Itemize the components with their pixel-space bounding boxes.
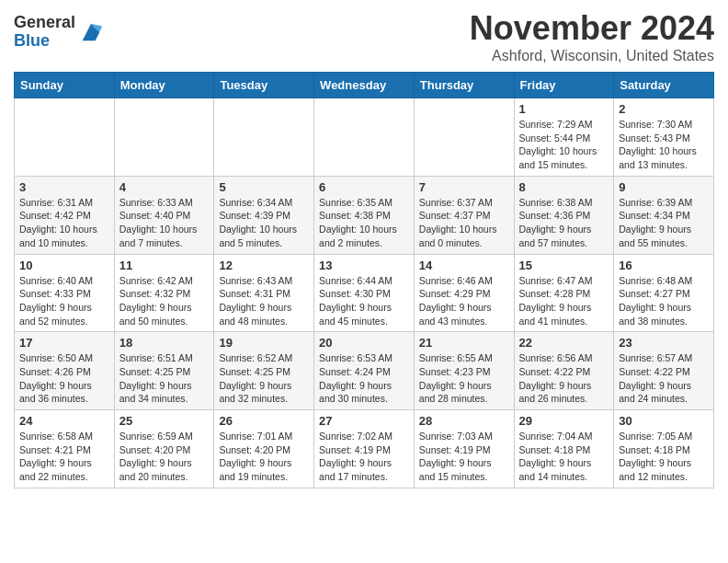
day-header-friday: Friday [514, 73, 614, 98]
day-detail: Sunrise: 6:58 AM Sunset: 4:21 PM Dayligh… [19, 430, 109, 484]
calendar-cell: 14Sunrise: 6:46 AM Sunset: 4:29 PM Dayli… [414, 254, 514, 332]
day-number: 23 [619, 336, 709, 350]
calendar: SundayMondayTuesdayWednesdayThursdayFrid… [14, 72, 714, 488]
calendar-cell: 4Sunrise: 6:33 AM Sunset: 4:40 PM Daylig… [114, 176, 214, 254]
day-number: 25 [119, 414, 210, 428]
calendar-week-1: 1Sunrise: 7:29 AM Sunset: 5:44 PM Daylig… [15, 98, 714, 177]
day-detail: Sunrise: 6:46 AM Sunset: 4:29 PM Dayligh… [419, 274, 509, 328]
header: General Blue November 2024 Ashford, Wisc… [14, 9, 714, 64]
day-header-tuesday: Tuesday [214, 73, 314, 98]
day-number: 18 [119, 336, 210, 350]
day-detail: Sunrise: 7:29 AM Sunset: 5:44 PM Dayligh… [519, 118, 609, 172]
day-detail: Sunrise: 6:43 AM Sunset: 4:31 PM Dayligh… [219, 274, 309, 328]
day-detail: Sunrise: 6:35 AM Sunset: 4:38 PM Dayligh… [319, 196, 409, 250]
calendar-week-3: 10Sunrise: 6:40 AM Sunset: 4:33 PM Dayli… [15, 254, 714, 332]
calendar-cell: 25Sunrise: 6:59 AM Sunset: 4:20 PM Dayli… [114, 410, 214, 488]
calendar-cell: 9Sunrise: 6:39 AM Sunset: 4:34 PM Daylig… [614, 176, 714, 254]
title-area: November 2024 Ashford, Wisconsin, United… [470, 9, 714, 64]
calendar-cell [15, 98, 115, 177]
day-number: 8 [519, 180, 609, 194]
calendar-cell: 27Sunrise: 7:02 AM Sunset: 4:19 PM Dayli… [314, 410, 415, 488]
logo-icon [78, 19, 104, 45]
day-detail: Sunrise: 6:37 AM Sunset: 4:37 PM Dayligh… [419, 196, 509, 250]
day-detail: Sunrise: 6:33 AM Sunset: 4:40 PM Dayligh… [119, 196, 210, 250]
calendar-cell: 28Sunrise: 7:03 AM Sunset: 4:19 PM Dayli… [414, 410, 514, 488]
day-number: 24 [19, 414, 109, 428]
calendar-cell: 3Sunrise: 6:31 AM Sunset: 4:42 PM Daylig… [15, 176, 115, 254]
calendar-cell: 2Sunrise: 7:30 AM Sunset: 5:43 PM Daylig… [614, 98, 714, 177]
calendar-cell: 21Sunrise: 6:55 AM Sunset: 4:23 PM Dayli… [414, 332, 514, 410]
day-number: 28 [419, 414, 509, 428]
day-number: 4 [119, 180, 210, 194]
day-number: 13 [319, 259, 409, 272]
day-detail: Sunrise: 6:44 AM Sunset: 4:30 PM Dayligh… [319, 274, 409, 328]
day-header-thursday: Thursday [414, 73, 514, 98]
day-header-sunday: Sunday [15, 73, 115, 98]
day-detail: Sunrise: 6:56 AM Sunset: 4:22 PM Dayligh… [519, 351, 609, 406]
day-detail: Sunrise: 7:05 AM Sunset: 4:18 PM Dayligh… [619, 430, 709, 484]
day-number: 20 [319, 336, 409, 350]
day-number: 15 [519, 259, 609, 272]
day-number: 3 [19, 180, 109, 194]
day-number: 5 [219, 180, 309, 194]
calendar-cell: 15Sunrise: 6:47 AM Sunset: 4:28 PM Dayli… [514, 254, 614, 332]
day-detail: Sunrise: 6:34 AM Sunset: 4:39 PM Dayligh… [219, 196, 309, 250]
day-detail: Sunrise: 6:31 AM Sunset: 4:42 PM Dayligh… [19, 196, 109, 250]
month-title: November 2024 [470, 9, 714, 48]
day-number: 12 [219, 259, 309, 272]
calendar-cell: 7Sunrise: 6:37 AM Sunset: 4:37 PM Daylig… [414, 176, 514, 254]
day-number: 21 [419, 336, 509, 350]
day-detail: Sunrise: 7:01 AM Sunset: 4:20 PM Dayligh… [219, 430, 309, 484]
day-number: 19 [219, 336, 309, 350]
day-number: 10 [19, 259, 109, 272]
day-number: 7 [419, 180, 509, 194]
calendar-header-row: SundayMondayTuesdayWednesdayThursdayFrid… [15, 73, 714, 98]
calendar-cell: 22Sunrise: 6:56 AM Sunset: 4:22 PM Dayli… [514, 332, 614, 410]
calendar-cell: 6Sunrise: 6:35 AM Sunset: 4:38 PM Daylig… [314, 176, 415, 254]
day-detail: Sunrise: 6:51 AM Sunset: 4:25 PM Dayligh… [119, 351, 210, 406]
calendar-cell: 19Sunrise: 6:52 AM Sunset: 4:25 PM Dayli… [214, 332, 314, 410]
day-detail: Sunrise: 6:52 AM Sunset: 4:25 PM Dayligh… [219, 351, 309, 406]
calendar-week-5: 24Sunrise: 6:58 AM Sunset: 4:21 PM Dayli… [15, 410, 714, 488]
calendar-cell [114, 98, 214, 177]
calendar-cell: 11Sunrise: 6:42 AM Sunset: 4:32 PM Dayli… [114, 254, 214, 332]
logo-blue-text: Blue [14, 32, 75, 51]
calendar-cell: 26Sunrise: 7:01 AM Sunset: 4:20 PM Dayli… [214, 410, 314, 488]
day-number: 22 [519, 336, 609, 350]
day-number: 2 [619, 102, 709, 116]
calendar-cell: 10Sunrise: 6:40 AM Sunset: 4:33 PM Dayli… [15, 254, 115, 332]
day-number: 9 [619, 180, 709, 194]
calendar-cell: 13Sunrise: 6:44 AM Sunset: 4:30 PM Dayli… [314, 254, 415, 332]
day-detail: Sunrise: 6:39 AM Sunset: 4:34 PM Dayligh… [619, 196, 709, 250]
day-number: 16 [619, 259, 709, 272]
day-detail: Sunrise: 6:50 AM Sunset: 4:26 PM Dayligh… [19, 351, 109, 406]
calendar-cell: 8Sunrise: 6:38 AM Sunset: 4:36 PM Daylig… [514, 176, 614, 254]
logo: General Blue [14, 14, 104, 51]
day-detail: Sunrise: 6:38 AM Sunset: 4:36 PM Dayligh… [519, 196, 609, 250]
calendar-cell [314, 98, 415, 177]
day-detail: Sunrise: 7:02 AM Sunset: 4:19 PM Dayligh… [319, 430, 409, 484]
day-detail: Sunrise: 6:57 AM Sunset: 4:22 PM Dayligh… [619, 351, 709, 406]
day-number: 17 [19, 336, 109, 350]
day-detail: Sunrise: 6:59 AM Sunset: 4:20 PM Dayligh… [119, 430, 210, 484]
calendar-cell: 30Sunrise: 7:05 AM Sunset: 4:18 PM Dayli… [614, 410, 714, 488]
day-number: 1 [519, 102, 609, 116]
day-number: 6 [319, 180, 409, 194]
day-detail: Sunrise: 6:53 AM Sunset: 4:24 PM Dayligh… [319, 351, 409, 406]
day-number: 11 [119, 259, 210, 272]
day-detail: Sunrise: 7:04 AM Sunset: 4:18 PM Dayligh… [519, 430, 609, 484]
day-number: 14 [419, 259, 509, 272]
day-detail: Sunrise: 6:42 AM Sunset: 4:32 PM Dayligh… [119, 274, 210, 328]
calendar-cell: 29Sunrise: 7:04 AM Sunset: 4:18 PM Dayli… [514, 410, 614, 488]
calendar-cell [414, 98, 514, 177]
calendar-week-2: 3Sunrise: 6:31 AM Sunset: 4:42 PM Daylig… [15, 176, 714, 254]
calendar-week-4: 17Sunrise: 6:50 AM Sunset: 4:26 PM Dayli… [15, 332, 714, 410]
day-detail: Sunrise: 6:55 AM Sunset: 4:23 PM Dayligh… [419, 351, 509, 406]
calendar-cell: 20Sunrise: 6:53 AM Sunset: 4:24 PM Dayli… [314, 332, 415, 410]
day-detail: Sunrise: 6:40 AM Sunset: 4:33 PM Dayligh… [19, 274, 109, 328]
calendar-cell: 12Sunrise: 6:43 AM Sunset: 4:31 PM Dayli… [214, 254, 314, 332]
calendar-cell: 23Sunrise: 6:57 AM Sunset: 4:22 PM Dayli… [614, 332, 714, 410]
logo-general-text: General [14, 14, 75, 32]
calendar-cell: 24Sunrise: 6:58 AM Sunset: 4:21 PM Dayli… [15, 410, 115, 488]
day-number: 26 [219, 414, 309, 428]
